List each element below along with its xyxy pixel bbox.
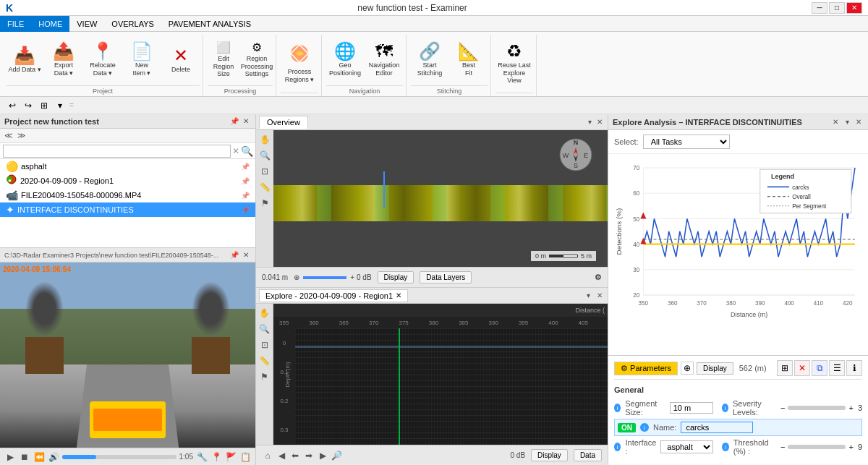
stop-btn[interactable]: ⏹ <box>19 451 30 463</box>
explore-data-btn[interactable]: Data <box>574 449 602 461</box>
analysis-header-controls[interactable]: ✕ ▾ ✕ <box>830 117 864 127</box>
project-panel-close-btn[interactable]: ✕ <box>241 116 251 127</box>
tree-item-interface-disc[interactable]: ✦ INTERFACE DISCONTINUITIES 📌 <box>0 202 255 217</box>
tree-item-asphalt[interactable]: 🟡 asphalt 📌 <box>0 159 255 174</box>
interface-select[interactable]: asphalt <box>660 440 713 453</box>
edit-region-size-btn[interactable]: ⬜ Edit RegionSize <box>208 38 239 82</box>
analysis-pin-btn[interactable]: ✕ <box>854 117 864 127</box>
scale-slider[interactable] <box>303 276 346 279</box>
project-panel-pin-btn[interactable]: 📌 <box>229 116 239 127</box>
explore-nav-tool[interactable]: ⚑ <box>258 370 271 383</box>
overview-hand-tool[interactable]: ✋ <box>258 133 271 146</box>
name-info[interactable]: i <box>640 423 649 432</box>
reuse-explore-btn[interactable]: ♻ Reuse LastExplore View <box>495 42 533 85</box>
menu-file[interactable]: FILE <box>0 16 31 32</box>
display-params-btn[interactable]: Display <box>697 362 733 375</box>
params-list-btn[interactable]: ☰ <box>829 360 845 376</box>
add-data-btn[interactable]: 📥 Add Data ▾ <box>6 38 43 82</box>
video-geo-btn[interactable]: 📍 <box>210 451 222 463</box>
overview-tab[interactable]: Overview <box>259 116 308 129</box>
video-timeline[interactable] <box>62 455 176 459</box>
region-processing-btn[interactable]: ⚙ Region ProcessingSettings <box>241 38 273 82</box>
undo-btn[interactable]: ↩ <box>6 99 19 112</box>
menu-pavement[interactable]: PAVEMENT ANALYSIS <box>161 16 258 32</box>
explore-back-btn[interactable]: ⬅ <box>289 450 301 461</box>
params-info-btn[interactable]: ℹ <box>846 360 862 376</box>
qat-dropdown-btn[interactable]: ▾ <box>54 99 67 112</box>
explore-ruler-tool[interactable]: 📏 <box>258 354 271 367</box>
search-options-btn[interactable]: 🔍 <box>241 145 252 157</box>
display-btn[interactable]: Display <box>378 271 414 283</box>
menu-home[interactable]: HOME <box>31 16 69 32</box>
explore-tab-controls[interactable]: ▾ ✕ <box>583 291 605 301</box>
explore-menu-btn[interactable]: ▾ <box>583 291 593 301</box>
threshold-slider[interactable] <box>788 445 846 449</box>
explore-prev-btn[interactable]: ◀ <box>276 450 287 461</box>
redo-btn[interactable]: ↪ <box>22 99 35 112</box>
params-delete-btn[interactable]: ✕ <box>794 360 810 376</box>
menu-view[interactable]: VIEW <box>69 16 104 32</box>
overview-crosshair[interactable]: ⊕ + 0 dB <box>294 273 371 281</box>
overview-zoom-in-tool[interactable]: 🔍 <box>258 149 271 162</box>
close-btn[interactable]: ✕ <box>846 2 862 14</box>
add-param-btn[interactable]: ⊕ <box>681 362 694 375</box>
process-regions-btn[interactable]: ProcessRegions ▾ <box>281 42 318 85</box>
video-header-controls[interactable]: 📌 ✕ <box>229 250 251 260</box>
severity-slider[interactable] <box>788 406 846 410</box>
new-window-btn[interactable]: ⊞ <box>38 99 51 112</box>
explore-home-btn[interactable]: ⌂ <box>262 450 273 461</box>
video-panel-pin-btn[interactable]: 📌 <box>229 250 239 260</box>
video-flag-btn[interactable]: 🚩 <box>225 451 237 463</box>
menu-overlays[interactable]: OVERLAYS <box>104 16 161 32</box>
analysis-close-tab-btn[interactable]: ✕ <box>830 117 841 127</box>
explore-zoom-out-btn[interactable]: 🔎 <box>331 450 342 461</box>
threshold-info[interactable]: i <box>722 443 728 451</box>
best-fit-btn[interactable]: 📐 BestFit <box>450 38 488 82</box>
task-select[interactable]: All Tasks <box>643 135 730 149</box>
threshold-plus[interactable]: + <box>848 443 853 451</box>
video-settings-btn[interactable]: 🔧 <box>196 451 208 463</box>
segment-size-input[interactable] <box>670 402 713 414</box>
relocate-data-btn[interactable]: 📍 RelocateData ▾ <box>84 38 122 82</box>
search-clear-btn[interactable]: ✕ <box>232 146 239 156</box>
explore-next-btn[interactable]: ▶ <box>317 450 328 461</box>
explore-fit-tool[interactable]: ⊡ <box>258 338 271 351</box>
on-badge[interactable]: ON <box>618 423 636 432</box>
overview-fit-tool[interactable]: ⊡ <box>258 165 271 178</box>
params-grid-btn[interactable]: ⊞ <box>777 360 793 376</box>
explore-tab-close[interactable]: ✕ <box>396 291 401 299</box>
project-search-input[interactable] <box>3 145 231 158</box>
overview-measure-tool[interactable]: 📏 <box>258 181 271 194</box>
project-panel-controls[interactable]: 📌 ✕ <box>229 116 251 127</box>
name-input[interactable] <box>681 422 753 433</box>
tree-item-file[interactable]: 📹 FILE200409-150548-000096.MP4 📌 <box>0 188 255 202</box>
overview-extra-tool[interactable]: ⚑ <box>258 197 271 210</box>
tree-collapse-btn[interactable]: ≫ <box>16 130 27 142</box>
tree-expand-btn[interactable]: ≪ <box>3 130 14 142</box>
start-stitching-btn[interactable]: 🔗 StartStitching <box>411 38 448 82</box>
severity-plus[interactable]: + <box>848 404 853 412</box>
interface-info[interactable]: i <box>614 443 621 451</box>
explore-hand-tool[interactable]: ✋ <box>258 307 271 320</box>
overview-menu-btn[interactable]: ▾ <box>584 117 595 127</box>
audio-btn[interactable]: 🔊 <box>48 451 59 463</box>
threshold-minus[interactable]: − <box>780 443 785 451</box>
video-list-btn[interactable]: 📋 <box>239 451 251 463</box>
maximize-btn[interactable]: □ <box>829 2 845 14</box>
overview-close-btn[interactable]: ✕ <box>595 117 605 127</box>
severity-minus[interactable]: − <box>780 404 785 412</box>
geo-positioning-btn[interactable]: 🌐 GeoPositioning <box>326 38 364 82</box>
segment-size-info[interactable]: i <box>614 404 621 412</box>
explore-display-btn[interactable]: Display <box>531 449 568 461</box>
play-btn[interactable]: ▶ <box>4 451 16 463</box>
tree-item-region1[interactable]: ● 2020-04-09-009 - Region1 📌 <box>0 174 255 188</box>
delete-btn[interactable]: ✕ Delete <box>162 38 200 82</box>
analysis-menu-btn[interactable]: ▾ <box>842 117 852 127</box>
overview-settings-icon[interactable]: ⚙ <box>595 273 602 282</box>
data-layers-btn[interactable]: Data Layers <box>420 271 472 283</box>
severity-info[interactable]: i <box>722 404 728 412</box>
params-copy-btn[interactable]: ⧉ <box>812 360 827 376</box>
parameters-tab[interactable]: ⚙ Parameters <box>614 362 678 375</box>
navigation-editor-btn[interactable]: 🗺 NavigationEditor <box>365 38 403 82</box>
rewind-btn[interactable]: ⏪ <box>33 451 45 463</box>
